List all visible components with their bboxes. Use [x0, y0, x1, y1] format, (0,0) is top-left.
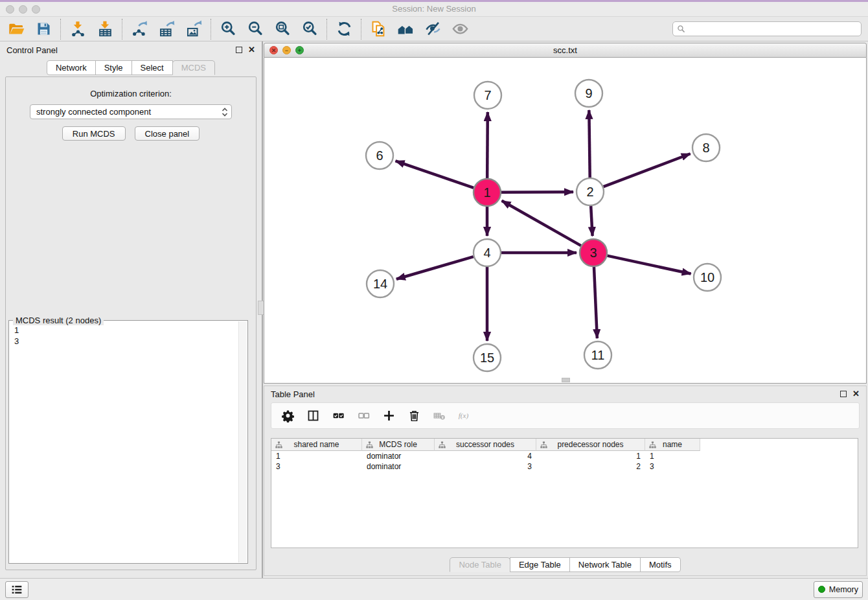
table-cell[interactable]: 3 [645, 461, 700, 472]
delete-table-button[interactable] [432, 409, 446, 423]
export-image-button[interactable] [180, 18, 207, 40]
graph-edge-4-14[interactable] [396, 257, 474, 279]
graph-edge-2-3[interactable] [591, 206, 592, 236]
graph-node-3[interactable]: 3 [580, 239, 607, 266]
close-panel-icon[interactable]: ✕ [248, 47, 255, 53]
export-table-icon [158, 20, 176, 38]
graph-edge-2-9[interactable] [589, 110, 589, 178]
deselect-all-rows-button[interactable] [356, 409, 371, 423]
graph-node-4[interactable]: 4 [474, 239, 501, 266]
column-header-predecessor-nodes[interactable]: predecessor nodes [536, 439, 645, 451]
zoom-in-button[interactable] [214, 18, 242, 40]
import-table-button[interactable] [91, 18, 119, 40]
panel-splitter[interactable] [262, 41, 263, 578]
float-table-panel-icon[interactable] [840, 391, 847, 397]
zoom-selected-icon [301, 20, 319, 38]
table-cell[interactable]: 2 [536, 461, 645, 472]
select-all-rows-button[interactable] [331, 409, 345, 423]
graph-edge-3-11[interactable] [594, 267, 597, 338]
memory-label: Memory [829, 585, 858, 594]
import-network-button[interactable] [64, 18, 91, 40]
gear-icon [281, 409, 295, 422]
memory-button[interactable]: Memory [814, 581, 863, 598]
graph-node-8[interactable]: 8 [692, 134, 720, 161]
column-header-label: name [663, 440, 682, 449]
task-history-button[interactable] [5, 581, 29, 598]
control-tab-mcds[interactable]: MCDS [172, 60, 215, 75]
table-cell[interactable]: 3 [435, 461, 536, 472]
run-mcds-button[interactable]: Run MCDS [62, 126, 126, 141]
control-tab-network[interactable]: Network [47, 60, 96, 75]
graph-node-1[interactable]: 1 [474, 179, 501, 206]
table-body: 1dominator4113dominator323 [271, 451, 858, 472]
zoom-fit-icon [274, 20, 291, 38]
table-cell[interactable]: 3 [271, 461, 362, 472]
function-builder-button[interactable]: f(x) [457, 409, 472, 423]
table-settings-button[interactable] [280, 409, 295, 423]
table-cell[interactable]: 1 [536, 451, 645, 461]
hide-graphics-details-button[interactable] [419, 18, 446, 40]
graph-node-9[interactable]: 9 [575, 80, 602, 107]
canvas-bottom-grip[interactable] [562, 378, 570, 382]
save-session-button[interactable] [30, 18, 57, 40]
graph-edge-1-2[interactable] [501, 192, 573, 192]
table-cell[interactable]: 1 [271, 451, 362, 461]
export-network-button[interactable] [126, 18, 153, 40]
graph-edge-1-7[interactable] [487, 112, 488, 178]
zoom-out-button[interactable] [242, 18, 269, 40]
table-tab-node-table[interactable]: Node Table [450, 557, 510, 572]
zoom-selected-button[interactable] [296, 18, 323, 40]
column-header-shared-name[interactable]: shared name [271, 439, 362, 451]
graph-node-6[interactable]: 6 [366, 142, 393, 169]
column-header-MCDS-role[interactable]: MCDS role [362, 439, 435, 451]
network-canvas[interactable]: 7968124314101511 [264, 58, 867, 384]
mcds-result-text[interactable]: 13 [10, 322, 238, 562]
table-tab-motifs[interactable]: Motifs [640, 557, 681, 572]
import-network-icon [69, 20, 87, 38]
graph-node-7[interactable]: 7 [474, 82, 501, 109]
criterion-dropdown[interactable]: strongly connected component [30, 104, 232, 119]
open-folder-icon [8, 20, 25, 38]
graph-edge-2-8[interactable] [604, 154, 691, 187]
svg-text:7: 7 [484, 88, 491, 102]
show-graphics-details-button[interactable] [446, 18, 474, 40]
close-table-panel-icon[interactable]: ✕ [852, 391, 860, 397]
export-network-icon [131, 20, 148, 38]
clone-network-button[interactable] [365, 18, 392, 40]
graph-node-15[interactable]: 15 [474, 344, 501, 371]
table-tab-network-table[interactable]: Network Table [569, 557, 641, 572]
table-row[interactable]: 1dominator411 [271, 451, 858, 461]
search-input[interactable] [688, 25, 857, 34]
apply-layout-button[interactable] [330, 18, 358, 40]
table-cell[interactable]: dominator [362, 451, 435, 461]
delete-column-button[interactable] [407, 409, 421, 423]
export-table-button[interactable] [153, 18, 180, 40]
graph-node-14[interactable]: 14 [367, 270, 394, 297]
graph-node-2[interactable]: 2 [577, 178, 604, 205]
application-window: Session: New Session [0, 0, 868, 600]
result-scrollbar[interactable] [238, 321, 247, 562]
create-column-button[interactable] [382, 409, 396, 423]
show-column-button[interactable] [306, 409, 320, 423]
first-neighbors-button[interactable] [392, 18, 419, 40]
table-tab-edge-table[interactable]: Edge Table [510, 557, 570, 572]
graph-edge-1-6[interactable] [396, 161, 474, 187]
close-panel-button[interactable]: Close panel [135, 126, 200, 141]
graph-node-10[interactable]: 10 [694, 264, 721, 291]
graph-node-11[interactable]: 11 [584, 341, 611, 369]
graph-edge-3-10[interactable] [608, 256, 691, 274]
float-panel-icon[interactable] [236, 47, 242, 53]
column-header-successor-nodes[interactable]: successor nodes [435, 439, 536, 451]
search-box[interactable] [672, 21, 862, 36]
table-cell[interactable]: 4 [435, 451, 536, 461]
control-tab-select[interactable]: Select [131, 60, 173, 75]
column-header-name[interactable]: name [645, 439, 700, 451]
graph-edge-3-1[interactable] [502, 201, 581, 246]
svg-text:3: 3 [589, 246, 597, 260]
table-cell[interactable]: 1 [645, 451, 700, 461]
control-tab-style[interactable]: Style [95, 60, 132, 75]
table-row[interactable]: 3dominator323 [271, 461, 858, 472]
zoom-fit-button[interactable] [269, 18, 296, 40]
table-cell[interactable]: dominator [362, 461, 435, 472]
open-session-button[interactable] [3, 18, 30, 40]
